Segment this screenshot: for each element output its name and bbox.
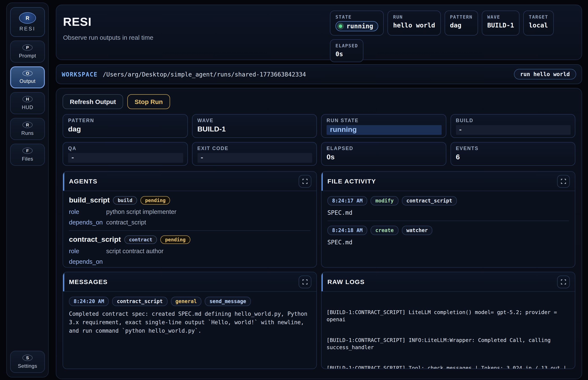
stat-label: WAVE: [487, 14, 514, 20]
sidebar-item-label: Prompt: [19, 53, 36, 59]
header-stats: STATE running RUN hello world PATTERN da…: [330, 11, 576, 62]
stat-card-state: STATE running: [330, 11, 384, 36]
sidebar-item-label: Files: [22, 156, 33, 162]
raw-logs-panel-header: RAW LOGS: [322, 272, 575, 292]
stat-value: -: [197, 153, 312, 163]
sidebar-item-label: RESI: [20, 26, 36, 32]
sidebar: R RESI P Prompt O Output H HUD R Runs F …: [6, 2, 49, 378]
hud-icon: H: [22, 96, 33, 102]
depends-value: [106, 258, 310, 265]
panel-title: RAW LOGS: [327, 278, 365, 285]
stat-card-wave: WAVE BUILD-1: [482, 11, 520, 36]
file-event: 8:24:18 AM create watcher SPEC.md: [327, 226, 569, 246]
agent-entry: build_script build pending role python s…: [69, 196, 310, 226]
divider: [69, 230, 310, 231]
stat-value: -: [68, 153, 183, 163]
event-agent-badge: watcher: [402, 226, 432, 235]
panels-grid: AGENTS build_script build pending: [63, 171, 575, 369]
refresh-output-button[interactable]: Refresh Output: [63, 94, 123, 109]
agent-type-badge: build: [113, 196, 137, 205]
stat-label: QA: [68, 146, 182, 151]
stat-value: local: [529, 21, 548, 29]
expand-icon[interactable]: [557, 175, 570, 188]
workspace-bar: WORKSPACE /Users/arg/Desktop/simple_agen…: [56, 64, 582, 84]
run-stats-grid: PATTERN dag WAVE BUILD-1 RUN STATE runni…: [63, 114, 575, 166]
panel-title: FILE ACTIVITY: [327, 177, 376, 185]
stat-card-target: TARGET local: [523, 11, 554, 36]
panel-title: AGENTS: [69, 177, 98, 185]
stat-label: PATTERN: [450, 14, 472, 20]
sidebar-item-runs[interactable]: R Runs: [10, 118, 45, 140]
sidebar-item-hud[interactable]: H HUD: [10, 92, 45, 114]
stat-label: TARGET: [529, 14, 548, 20]
workspace-label: WORKSPACE: [62, 71, 98, 77]
file-activity-body: 8:24:17 AM modify contract_script SPEC.m…: [322, 191, 575, 267]
sidebar-item-label: HUD: [22, 104, 33, 110]
file-event: 8:24:17 AM modify contract_script SPEC.m…: [327, 196, 569, 216]
stat-value: dag: [450, 21, 472, 29]
agent-type-badge: contract: [124, 235, 157, 244]
divider: [327, 221, 569, 221]
run-hello-world-button[interactable]: run hello world: [514, 69, 576, 79]
run-stat-events: EVENTS 6: [450, 142, 575, 166]
expand-icon[interactable]: [557, 275, 570, 288]
stat-label: ELAPSED: [326, 146, 441, 151]
stat-value: 0s: [326, 153, 441, 161]
event-time-badge: 8:24:18 AM: [327, 226, 367, 235]
expand-icon[interactable]: [299, 175, 311, 188]
messages-body: 8:24:20 AM contract_script general send_…: [63, 292, 316, 369]
workspace-path: /Users/arg/Desktop/simple_agent/runs/sha…: [103, 71, 306, 77]
running-status-dot: [339, 24, 342, 28]
run-stat-elapsed: ELAPSED 0s: [321, 142, 446, 166]
agents-panel-header: AGENTS: [63, 171, 316, 191]
role-value: script contract author: [106, 248, 310, 254]
agent-status-badge: pending: [160, 235, 190, 244]
event-action-badge: modify: [371, 196, 399, 206]
settings-icon: S: [22, 355, 33, 361]
sidebar-item-label: Runs: [21, 130, 34, 136]
agent-name: contract_script: [69, 235, 121, 244]
message-channel-badge: general: [171, 297, 201, 306]
agent-depends-row: depends_on: [69, 258, 310, 265]
stat-value: BUILD-1: [487, 21, 514, 29]
prompt-icon: P: [22, 44, 33, 51]
stop-run-button[interactable]: Stop Run: [127, 94, 170, 109]
stat-card-elapsed: ELAPSED 0s: [330, 39, 364, 62]
agent-status-badge: pending: [141, 196, 170, 205]
stat-value: BUILD-1: [197, 125, 311, 133]
stat-label: RUN STATE: [326, 118, 441, 123]
expand-icon[interactable]: [299, 275, 311, 288]
run-stat-build: BUILD -: [450, 114, 575, 138]
agents-panel: AGENTS build_script build pending: [63, 171, 317, 267]
sidebar-item-output[interactable]: O Output: [10, 66, 45, 88]
app-root: R RESI P Prompt O Output H HUD R Runs F …: [0, 0, 588, 380]
output-main-card: Refresh Output Stop Run PATTERN dag WAVE…: [56, 88, 582, 379]
sidebar-item-label: Output: [20, 78, 36, 84]
sidebar-item-resi[interactable]: R RESI: [10, 7, 45, 37]
stat-value: 6: [456, 153, 570, 161]
page-header: RESI Observe run outputs in real time ST…: [56, 5, 582, 60]
stat-label: RUN: [393, 14, 435, 20]
stat-value: dag: [68, 125, 182, 133]
message-text: Completed contract spec: created SPEC.md…: [69, 310, 310, 335]
state-running-pill: running: [335, 21, 378, 31]
stat-label: WAVE: [197, 118, 311, 123]
sidebar-item-prompt[interactable]: P Prompt: [10, 40, 45, 63]
sidebar-item-files[interactable]: F Files: [10, 144, 45, 166]
stat-value: 0s: [335, 50, 358, 58]
sidebar-item-settings[interactable]: S Settings: [10, 351, 45, 373]
files-icon: F: [22, 148, 33, 154]
file-activity-panel-header: FILE ACTIVITY: [322, 171, 575, 191]
depends-label: depends_on: [69, 219, 106, 226]
role-label: role: [69, 209, 106, 215]
output-toolbar: Refresh Output Stop Run: [63, 94, 575, 109]
run-stat-run-state: RUN STATE running: [321, 114, 446, 138]
resi-logo-icon: R: [19, 12, 36, 24]
messages-panel-header: MESSAGES: [63, 272, 316, 292]
raw-logs-body[interactable]: [BUILD-1:CONTRACT_SCRIPT] LiteLLM comple…: [322, 292, 575, 369]
sidebar-spacer: [10, 170, 45, 347]
panel-title: MESSAGES: [69, 278, 108, 285]
agents-panel-body: build_script build pending role python s…: [63, 191, 316, 267]
runs-icon: R: [22, 122, 33, 128]
stat-label: ELAPSED: [335, 43, 358, 49]
